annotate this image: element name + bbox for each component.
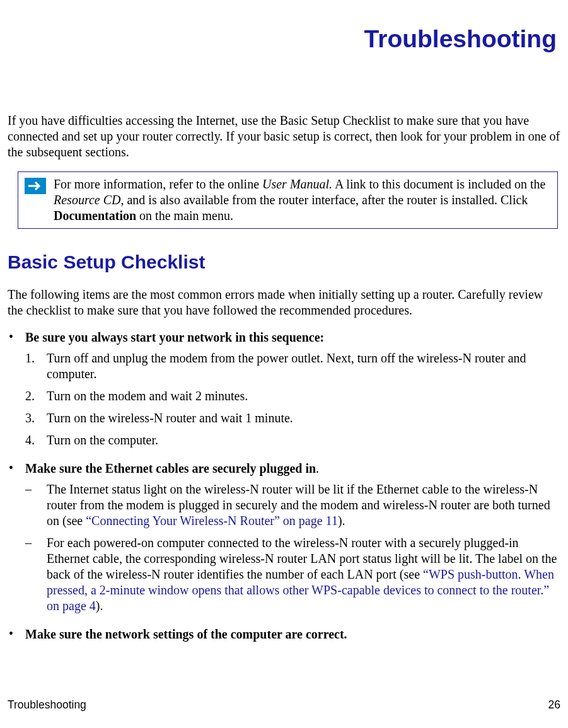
num-text: Turn on the wireless-N router and wait 1…	[47, 410, 560, 426]
numbered-list: 1.Turn off and unplug the modem from the…	[25, 350, 560, 448]
sub-list: – The Internet status light on the wirel…	[25, 482, 560, 614]
list-item: • Be sure you always start your network …	[8, 330, 560, 454]
footer-page-number: 26	[548, 698, 560, 712]
dash-marker: –	[25, 535, 47, 614]
arrow-right-icon	[25, 178, 46, 194]
note-text: For more information, refer to the onlin…	[54, 176, 551, 224]
list-item: 4.Turn on the computer.	[25, 432, 560, 448]
num-marker: 3.	[25, 410, 47, 426]
note-pre: For more information, refer to the onlin…	[54, 177, 262, 191]
list-item: • Make sure the Ethernet cables are secu…	[8, 461, 560, 620]
list-item: • Make sure the network settings of the …	[8, 627, 560, 642]
num-text: Turn on the modem and wait 2 minutes.	[47, 388, 560, 404]
sub-text: The Internet status light on the wireles…	[47, 482, 560, 529]
list-item: – The Internet status light on the wirel…	[25, 482, 560, 529]
note-box: For more information, refer to the onlin…	[18, 171, 558, 229]
bullet-marker: •	[8, 627, 25, 642]
sub-post: ).	[96, 599, 103, 613]
num-marker: 2.	[25, 388, 47, 404]
intro-paragraph: If you have difficulties accessing the I…	[8, 113, 560, 160]
chapter-title: Troubleshooting	[8, 25, 557, 53]
sub-text: For each powered-on computer connected t…	[47, 535, 560, 614]
note-mid-1: A link to this document is included on t…	[332, 177, 545, 191]
note-post: on the main menu.	[136, 209, 233, 222]
bullet-plain: .	[316, 461, 319, 475]
footer-left: Troubleshooting	[8, 698, 86, 712]
num-marker: 4.	[25, 432, 47, 448]
note-italic-1: User Manual.	[262, 177, 332, 191]
note-bold: Documentation	[54, 209, 136, 222]
num-text: Turn on the computer.	[47, 432, 560, 448]
list-item: 3.Turn on the wireless-N router and wait…	[25, 410, 560, 426]
page-footer: Troubleshooting 26	[8, 698, 560, 712]
num-text: Turn off and unplug the modem from the p…	[47, 350, 560, 382]
note-mid-2: , and is also available from the router …	[120, 193, 528, 207]
bullet-marker: •	[8, 330, 25, 454]
section-heading: Basic Setup Checklist	[8, 251, 560, 273]
bullet-bold: Be sure you always start your network in…	[25, 330, 324, 344]
bullet-bold: Make sure the network settings of the co…	[25, 627, 347, 641]
bullet-marker: •	[8, 461, 25, 620]
list-item: 1.Turn off and unplug the modem from the…	[25, 350, 560, 382]
num-marker: 1.	[25, 350, 47, 382]
cross-reference-link[interactable]: “Connecting Your Wireless-N Router” on p…	[86, 514, 338, 528]
list-item: – For each powered-on computer connected…	[25, 535, 560, 614]
sub-post: ).	[338, 514, 345, 528]
note-italic-2: Resource CD	[54, 193, 120, 207]
bullet-list: • Be sure you always start your network …	[8, 330, 560, 642]
list-item: 2.Turn on the modem and wait 2 minutes.	[25, 388, 560, 404]
section-intro: The following items are the most common …	[8, 287, 560, 318]
bullet-bold: Make sure the Ethernet cables are secure…	[25, 461, 316, 475]
dash-marker: –	[25, 482, 47, 529]
